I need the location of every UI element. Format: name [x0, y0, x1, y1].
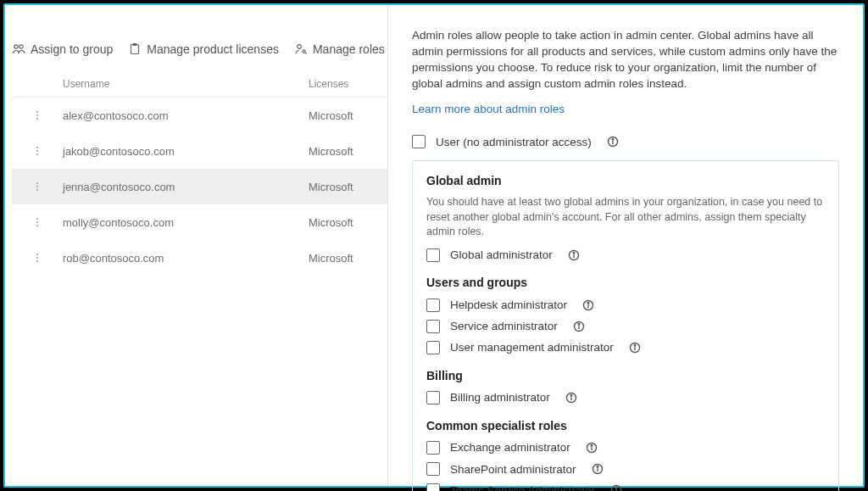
- column-header-username[interactable]: Username: [63, 78, 309, 90]
- svg-point-22: [36, 260, 38, 262]
- svg-point-34: [578, 323, 580, 325]
- role-label: User management administrator: [450, 339, 614, 355]
- svg-point-40: [570, 394, 572, 396]
- cell-username: molly@contosoco.com: [63, 216, 309, 229]
- svg-point-20: [36, 254, 38, 255]
- svg-point-9: [36, 114, 38, 116]
- cell-username: alex@contosoco.com: [63, 109, 309, 122]
- roles-panel: Admin roles allow people to take action …: [388, 5, 863, 486]
- section-title-specialist: Common specialist roles: [426, 418, 825, 435]
- role-groups-box: Global admin You should have at least tw…: [412, 160, 839, 491]
- manage-licenses-button[interactable]: Manage product licenses: [128, 42, 279, 56]
- svg-point-25: [612, 139, 614, 141]
- role-option[interactable]: Billing administrator: [426, 389, 825, 405]
- cell-username: rob@contosoco.com: [63, 252, 309, 265]
- checkbox[interactable]: [426, 391, 440, 405]
- svg-point-8: [36, 111, 38, 113]
- row-more-icon[interactable]: [12, 252, 63, 264]
- svg-point-12: [36, 150, 38, 152]
- table-row[interactable]: jakob@contosoco.comMicrosoft: [12, 133, 436, 169]
- table-row[interactable]: molly@contosoco.comMicrosoft: [12, 204, 436, 240]
- info-icon[interactable]: [629, 342, 641, 354]
- svg-point-21: [36, 257, 38, 259]
- person-key-icon: [294, 42, 308, 56]
- section-desc-global: You should have at least two global admi…: [426, 195, 825, 240]
- info-icon[interactable]: [592, 463, 604, 475]
- assign-to-group-button[interactable]: Assign to group: [12, 42, 113, 56]
- svg-rect-2: [131, 45, 139, 54]
- info-icon[interactable]: [573, 321, 585, 332]
- svg-point-37: [634, 344, 636, 346]
- checkbox[interactable]: [412, 135, 426, 148]
- group-icon: [12, 42, 25, 56]
- role-option[interactable]: SharePoint administrator: [426, 461, 825, 477]
- manage-roles-button[interactable]: Manage roles: [294, 42, 385, 56]
- role-option[interactable]: Service administrator: [426, 318, 825, 334]
- svg-point-0: [14, 45, 18, 48]
- role-option[interactable]: Teams Service Administrator: [426, 483, 825, 491]
- role-option[interactable]: Global administrator: [426, 247, 825, 263]
- svg-point-4: [298, 45, 302, 49]
- svg-point-1: [19, 45, 23, 48]
- checkbox[interactable]: [426, 483, 440, 491]
- checkbox[interactable]: [426, 248, 440, 262]
- cell-username: jakob@contosoco.com: [63, 145, 309, 158]
- row-more-icon[interactable]: [12, 145, 63, 157]
- info-icon[interactable]: [565, 392, 577, 404]
- role-option[interactable]: Exchange administrator: [426, 439, 825, 455]
- svg-point-18: [36, 221, 38, 223]
- checkbox[interactable]: [426, 341, 440, 354]
- role-label: Global administrator: [450, 247, 553, 263]
- role-option[interactable]: Helpdesk administrator: [426, 297, 825, 313]
- toolbar-label: Manage product licenses: [147, 42, 279, 56]
- role-option-user-no-admin[interactable]: User (no administrator access): [412, 134, 839, 150]
- info-icon[interactable]: [582, 299, 594, 311]
- checkbox[interactable]: [426, 299, 440, 312]
- svg-point-19: [36, 225, 38, 226]
- section-title-global: Global admin: [426, 173, 825, 190]
- row-more-icon[interactable]: [12, 216, 63, 228]
- info-icon[interactable]: [586, 442, 598, 454]
- svg-point-43: [591, 444, 593, 446]
- info-icon[interactable]: [607, 136, 619, 148]
- role-label: Service administrator: [450, 318, 558, 334]
- table-row[interactable]: rob@contosoco.comMicrosoft: [12, 240, 436, 276]
- svg-point-14: [36, 182, 38, 184]
- table-row[interactable]: alex@contosoco.comMicrosoft: [12, 98, 436, 133]
- role-option[interactable]: User management administrator: [426, 339, 825, 355]
- svg-point-28: [573, 252, 575, 254]
- role-label: Teams Service Administrator: [450, 483, 595, 491]
- table-header-row: Username Licenses: [12, 70, 436, 98]
- svg-point-15: [36, 186, 38, 187]
- panel-description: Admin roles allow people to take action …: [412, 27, 839, 92]
- svg-point-31: [587, 302, 589, 304]
- table-row[interactable]: jenna@contosoco.comMicrosoft: [12, 169, 436, 204]
- row-more-icon[interactable]: [12, 181, 63, 192]
- cell-username: jenna@contosoco.com: [63, 181, 309, 193]
- checkbox[interactable]: [426, 441, 440, 455]
- role-label: Helpdesk administrator: [450, 297, 567, 313]
- svg-point-13: [36, 153, 38, 155]
- svg-point-11: [36, 147, 38, 148]
- clipboard-icon: [128, 42, 142, 56]
- svg-point-46: [597, 466, 598, 468]
- svg-point-10: [36, 118, 38, 120]
- section-title-billing: Billing: [426, 368, 825, 385]
- toolbar-label: Manage roles: [313, 42, 385, 56]
- learn-more-link[interactable]: Learn more about admin roles: [412, 101, 565, 117]
- role-label: Exchange administrator: [450, 439, 570, 455]
- svg-point-16: [36, 189, 38, 191]
- fade-overlay: [5, 316, 388, 486]
- toolbar-label: Assign to group: [31, 42, 113, 56]
- checkbox[interactable]: [426, 320, 440, 333]
- svg-point-5: [303, 50, 305, 53]
- section-title-users-groups: Users and groups: [426, 275, 825, 292]
- row-more-icon[interactable]: [12, 109, 63, 121]
- info-icon[interactable]: [568, 249, 580, 261]
- svg-point-49: [615, 488, 617, 489]
- svg-point-17: [36, 218, 38, 220]
- role-label: Billing administrator: [450, 389, 550, 405]
- checkbox[interactable]: [426, 462, 440, 476]
- role-label: User (no administrator access): [436, 134, 592, 150]
- info-icon[interactable]: [610, 484, 622, 491]
